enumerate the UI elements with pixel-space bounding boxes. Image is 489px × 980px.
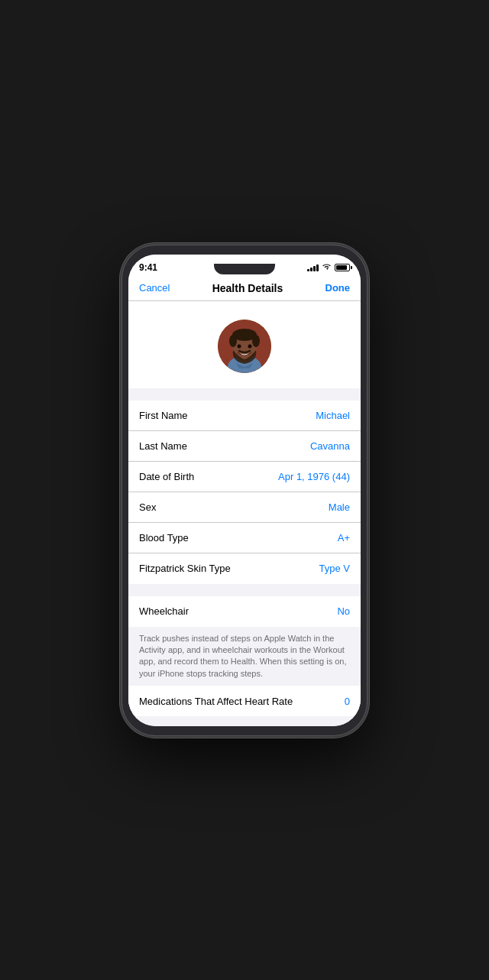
first-name-row[interactable]: First Name Michael — [128, 401, 361, 431]
sex-value: Male — [329, 501, 350, 513]
page-title: Health Details — [212, 282, 283, 294]
done-button[interactable]: Done — [325, 282, 351, 294]
battery-icon — [335, 264, 350, 271]
content-area: First Name Michael Last Name Cavanna Dat… — [128, 301, 361, 726]
medications-label: Medications That Affect Heart Rate — [139, 696, 293, 707]
sex-row[interactable]: Sex Male — [128, 492, 361, 523]
fitzpatrick-skin-type-row[interactable]: Fitzpatrick Skin Type Type V — [128, 553, 361, 584]
wheelchair-label: Wheelchair — [139, 605, 189, 617]
svg-point-6 — [229, 335, 237, 347]
first-name-label: First Name — [139, 410, 188, 421]
blood-type-value: A+ — [338, 532, 350, 544]
signal-icon — [307, 264, 319, 271]
wheelchair-section: Wheelchair No — [128, 596, 361, 627]
date-of-birth-row[interactable]: Date of Birth Apr 1, 1976 (44) — [128, 462, 361, 492]
avatar-section — [128, 301, 361, 388]
medications-row[interactable]: Medications That Affect Heart Rate 0 — [128, 686, 361, 716]
first-name-value: Michael — [316, 410, 350, 421]
date-of-birth-label: Date of Birth — [139, 471, 194, 482]
status-icons — [307, 263, 350, 272]
date-of-birth-value: Apr 1, 1976 (44) — [278, 471, 350, 482]
status-time: 9:41 — [139, 262, 157, 273]
form-section: First Name Michael Last Name Cavanna Dat… — [128, 401, 361, 584]
fitzpatrick-skin-type-value: Type V — [319, 563, 350, 574]
blood-type-label: Blood Type — [139, 532, 189, 544]
wheelchair-value: No — [337, 605, 350, 617]
svg-point-8 — [238, 344, 241, 348]
fitzpatrick-skin-type-label: Fitzpatrick Skin Type — [139, 563, 231, 574]
cancel-button[interactable]: Cancel — [139, 282, 170, 294]
svg-point-7 — [252, 335, 260, 347]
medications-value: 0 — [345, 696, 350, 707]
section-gap-1 — [128, 584, 361, 596]
svg-point-9 — [248, 344, 252, 348]
last-name-value: Cavanna — [310, 440, 350, 452]
sex-label: Sex — [139, 501, 156, 513]
notch — [214, 264, 275, 274]
wheelchair-row[interactable]: Wheelchair No — [128, 596, 361, 627]
last-name-label: Last Name — [139, 440, 187, 452]
blood-type-row[interactable]: Blood Type A+ — [128, 523, 361, 553]
wifi-icon — [322, 263, 332, 272]
navigation-bar: Cancel Health Details Done — [128, 276, 361, 301]
wheelchair-note: Track pushes instead of steps on Apple W… — [128, 627, 361, 686]
medications-section: Medications That Affect Heart Rate 0 — [128, 686, 361, 716]
last-name-row[interactable]: Last Name Cavanna — [128, 431, 361, 462]
avatar[interactable] — [218, 320, 271, 373]
